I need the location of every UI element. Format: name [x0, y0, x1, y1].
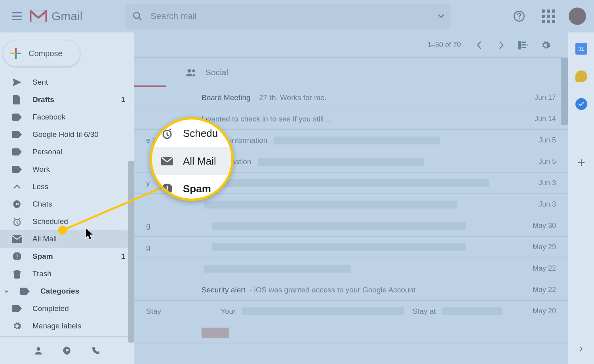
search-icon: [132, 11, 143, 21]
message-row[interactable]: May 22: [134, 258, 568, 279]
sidebar-item-label: Completed: [32, 304, 69, 313]
row-date: May 29: [533, 243, 556, 251]
gear-icon: [12, 321, 22, 331]
message-row[interactable]: [134, 322, 568, 343]
sidebar-item-label: Spam: [32, 252, 53, 261]
sidebar-item-label: Categories: [40, 287, 79, 296]
side-panel-toggle[interactable]: ›: [579, 342, 583, 355]
row-date: Jun 14: [535, 115, 556, 123]
account-avatar[interactable]: [569, 8, 586, 25]
sidebar-item-manage-labels[interactable]: Manage labels: [0, 317, 134, 335]
sidebar-item-label: Google Hold til 6/30: [32, 130, 99, 139]
row-date: Jun 3: [539, 200, 556, 209]
svg-point-13: [188, 69, 191, 72]
row-date: Jun 5: [539, 136, 556, 144]
keep-addon[interactable]: [575, 70, 587, 82]
sidebar-item-completed[interactable]: Completed: [0, 300, 134, 317]
sidebar-item-facebook[interactable]: Facebook: [0, 108, 134, 126]
row-snippet: - 27 th. Works for me.: [255, 93, 327, 102]
sidebar-item-sent[interactable]: Sent: [0, 74, 134, 91]
label-icon: [12, 166, 22, 173]
message-row[interactable]: StayYourStay atMay 20: [134, 301, 568, 322]
gmail-logo[interactable]: Gmail: [30, 9, 82, 23]
category-tabs: Social: [134, 58, 568, 87]
prev-page-button[interactable]: [470, 36, 488, 54]
spam-icon: [12, 252, 22, 261]
sidebar-item-all-mail[interactable]: All Mail: [0, 230, 134, 248]
chat-icon: [12, 199, 22, 209]
density-button[interactable]: [515, 36, 532, 54]
sidebar-item-label: Facebook: [32, 113, 65, 121]
sidebar-item-label: Trash: [32, 269, 51, 278]
sidebar-scrollbar[interactable]: [128, 161, 134, 343]
sidebar-item-less[interactable]: Less: [0, 178, 134, 195]
label-icon: [20, 288, 30, 295]
sidebar-item-label: Chats: [32, 200, 52, 209]
row-leading: g: [146, 222, 150, 230]
svg-rect-12: [522, 47, 526, 48]
sidebar-item-label: Sent: [32, 78, 48, 87]
search-options-icon[interactable]: [438, 14, 444, 18]
row-date: May 30: [533, 222, 556, 230]
search-input[interactable]: [150, 11, 444, 22]
svg-point-1: [134, 12, 140, 18]
sidebar-item-personal[interactable]: Personal: [0, 143, 134, 161]
row-blur: [202, 328, 229, 338]
sidebar-item-trash[interactable]: Trash: [0, 265, 134, 282]
message-row[interactable]: Board Meeting - 27 th. Works for me.Jun …: [134, 87, 568, 108]
message-row[interactable]: Jun 3: [134, 194, 568, 215]
message-row[interactable]: gMay 29: [134, 237, 568, 258]
row-blur: [442, 307, 502, 315]
row-leading: y: [146, 179, 150, 188]
svg-point-8: [37, 347, 40, 351]
google-apps-button[interactable]: [539, 7, 558, 25]
sidebar-item-drafts[interactable]: Drafts1: [0, 91, 134, 108]
sidebar-item-google-hold-til-6-30[interactable]: Google Hold til 6/30: [0, 126, 134, 143]
tab-social[interactable]: Social: [178, 58, 236, 87]
sidebar-item-chats[interactable]: Chats: [0, 195, 134, 213]
sidebar-item-count: 1: [121, 96, 125, 104]
sidebar-item-spam[interactable]: Spam1: [0, 248, 134, 265]
message-row[interactable]: act InformationJun 5: [134, 151, 568, 173]
support-button[interactable]: [510, 7, 528, 25]
send-icon: [12, 78, 22, 87]
compose-button[interactable]: Compose: [3, 40, 80, 66]
trash-icon: [12, 269, 22, 279]
message-row[interactable]: I wanted to check in to see if you still…: [134, 108, 568, 130]
message-row[interactable]: Security alert - iOS was granted access …: [134, 279, 568, 301]
row-snippet: tact information: [216, 136, 267, 145]
sidebar-item-label: Personal: [32, 148, 62, 156]
main-menu-button[interactable]: [8, 7, 26, 25]
sidebar-item-work[interactable]: Work: [0, 161, 134, 178]
svg-point-3: [518, 18, 520, 19]
row-trailing: Stay at: [412, 307, 436, 316]
side-panel: 31 ＋ ›: [568, 32, 594, 364]
label-icon: [12, 114, 22, 121]
settings-button[interactable]: [537, 36, 554, 54]
search-bar[interactable]: [125, 4, 451, 29]
hangouts-icon[interactable]: [62, 346, 72, 355]
sidebar-item-label: Work: [32, 165, 50, 174]
chevron-up-icon: [12, 184, 22, 189]
sidebar: Compose SentDrafts1FacebookGoogle Hold t…: [0, 32, 134, 364]
sidebar-item-label: All Mail: [32, 235, 57, 243]
person-icon[interactable]: [34, 346, 43, 355]
svg-rect-7: [17, 258, 17, 259]
message-row[interactable]: e 2tact informationJun 5: [134, 130, 568, 151]
product-name: Gmail: [51, 9, 82, 23]
expand-caret-icon: ▸: [4, 288, 10, 294]
row-blur: [274, 136, 440, 144]
list-scrollbar[interactable]: [561, 58, 568, 125]
next-page-button[interactable]: [493, 36, 510, 54]
sidebar-item-categories[interactable]: ▸Categories: [0, 282, 134, 300]
get-addons-button[interactable]: ＋: [575, 154, 588, 171]
phone-icon[interactable]: [91, 346, 100, 355]
tasks-addon[interactable]: [575, 98, 587, 110]
row-date: Jun 5: [539, 157, 556, 166]
sidebar-item-scheduled[interactable]: Scheduled: [0, 213, 134, 230]
row-leading: g: [146, 243, 150, 252]
message-row[interactable]: yJun 3: [134, 173, 568, 194]
calendar-addon[interactable]: 31: [575, 43, 587, 55]
row-blur: [204, 265, 350, 273]
message-row[interactable]: gMay 30: [134, 215, 568, 237]
